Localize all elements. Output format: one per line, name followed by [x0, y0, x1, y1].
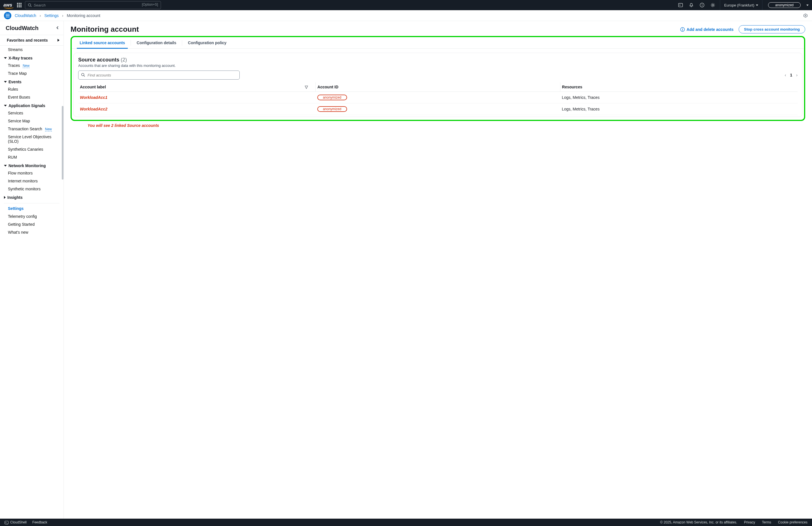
- col-account-id[interactable]: Account ID: [316, 83, 560, 92]
- page-prev-button[interactable]: ‹: [785, 73, 786, 77]
- group-label: X-Ray traces: [9, 56, 32, 60]
- breadcrumb-bar: CloudWatch › Settings › Monitoring accou…: [0, 10, 812, 21]
- item-label: Traces: [8, 63, 20, 68]
- tab-linked-source-accounts[interactable]: Linked source accounts: [74, 37, 131, 48]
- sidebar-group-xray[interactable]: X-Ray traces: [0, 54, 63, 61]
- sidebar-item-flow-monitors[interactable]: Flow monitors: [0, 169, 63, 177]
- chevron-down-icon[interactable]: [806, 4, 809, 6]
- footer-cloudshell[interactable]: >_CloudShell: [4, 520, 27, 524]
- svg-point-9: [682, 28, 683, 29]
- find-accounts-field: [78, 71, 240, 79]
- sidebar-item-transaction-search[interactable]: Transaction Search New: [0, 125, 63, 133]
- aws-logo[interactable]: aws: [3, 2, 14, 8]
- page-header: Monitoring account Add and delete accoun…: [71, 25, 805, 34]
- annotation-highlight-box: Linked source accounts Configuration det…: [71, 36, 805, 121]
- col-account-label[interactable]: Account label ▽: [78, 83, 316, 92]
- page-title: Monitoring account: [71, 25, 139, 34]
- sidebar-item-event-buses[interactable]: Event Buses: [0, 93, 63, 101]
- add-delete-accounts-link[interactable]: Add and delete accounts: [680, 27, 734, 32]
- divider: [4, 203, 59, 203]
- footer-cookies[interactable]: Cookie preferences: [778, 520, 808, 524]
- source-accounts-table: Account label ▽ Account ID Resources Wor…: [78, 83, 798, 115]
- table-row: WorkloadAcc2 anonymized Logs, Metrics, T…: [78, 103, 798, 115]
- chevron-down-icon: [4, 81, 7, 83]
- chevron-right-icon: ›: [62, 13, 63, 18]
- svg-text:?: ?: [701, 4, 703, 7]
- cloudshell-icon[interactable]: [677, 1, 684, 9]
- chevron-down-icon: [4, 105, 7, 106]
- sidebar-collapse-icon[interactable]: [56, 26, 59, 31]
- sidebar-item-traces[interactable]: Traces New: [0, 61, 63, 69]
- sidebar-item-whats-new[interactable]: What's new: [0, 228, 63, 236]
- new-badge: New: [45, 127, 52, 131]
- title-text: Source accounts: [78, 57, 119, 63]
- sidebar-group-app-signals[interactable]: Application Signals: [0, 101, 63, 109]
- help-icon[interactable]: ?: [698, 1, 706, 9]
- sidebar-item-synthetics[interactable]: Synthetics Canaries: [0, 145, 63, 153]
- sidebar-group-events[interactable]: Events: [0, 77, 63, 85]
- footer-feedback[interactable]: Feedback: [32, 520, 47, 524]
- search-icon: [28, 3, 32, 7]
- sidebar-group-insights[interactable]: Insights: [0, 193, 63, 201]
- tab-configuration-details[interactable]: Configuration details: [131, 40, 182, 46]
- sidebar-item-streams[interactable]: Streams: [0, 46, 63, 54]
- footer-privacy[interactable]: Privacy: [744, 520, 755, 524]
- sidebar-group-network[interactable]: Network Monitoring: [0, 161, 63, 169]
- table-row: WorkloadAcc1 anonymized Logs, Metrics, T…: [78, 92, 798, 103]
- sort-icon[interactable]: ▽: [305, 85, 308, 89]
- cloudshell-icon: >_: [4, 521, 9, 524]
- favorites-label: Favorites and recents: [7, 38, 48, 43]
- footer-terms[interactable]: Terms: [762, 520, 771, 524]
- svg-point-10: [82, 73, 84, 76]
- sidebar-item-rules[interactable]: Rules: [0, 85, 63, 93]
- col-resources[interactable]: Resources: [560, 83, 798, 92]
- chevron-right-icon: [58, 39, 59, 42]
- chevron-right-icon: ›: [40, 13, 41, 18]
- panel-toggle-icon[interactable]: [803, 13, 808, 18]
- resources-cell: Logs, Metrics, Traces: [560, 92, 798, 103]
- sidebar-item-settings[interactable]: Settings: [0, 205, 63, 213]
- sidebar-favorites[interactable]: Favorites and recents: [0, 35, 63, 46]
- main-content: Monitoring account Add and delete accoun…: [64, 21, 812, 518]
- sidebar-item-internet-monitors[interactable]: Internet monitors: [0, 177, 63, 185]
- search-shortcut-hint: [Option+S]: [142, 2, 158, 6]
- account-label-cell[interactable]: WorkloadAcc1: [80, 95, 107, 100]
- global-search: [Option+S]: [25, 1, 161, 9]
- breadcrumb-cloudwatch[interactable]: CloudWatch: [15, 13, 36, 18]
- account-menu[interactable]: anonymized: [768, 2, 801, 8]
- account-label-cell[interactable]: WorkloadAcc2: [80, 107, 107, 111]
- sidebar-item-rum[interactable]: RUM: [0, 153, 63, 161]
- sidebar-item-getting-started[interactable]: Getting Started: [0, 220, 63, 228]
- page-next-button[interactable]: ›: [796, 73, 798, 77]
- region-selector[interactable]: Europe (Frankfurt): [720, 0, 763, 10]
- settings-gear-icon[interactable]: [709, 1, 716, 9]
- sidebar-item-service-map[interactable]: Service Map: [0, 117, 63, 125]
- sidebar-item-synthetic-monitors[interactable]: Synthetic monitors: [0, 185, 63, 193]
- chevron-down-icon: [756, 4, 758, 6]
- group-label: Events: [9, 79, 21, 84]
- sidebar-item-telemetry[interactable]: Telemetry config: [0, 213, 63, 220]
- sidebar-item-trace-map[interactable]: Trace Map: [0, 69, 63, 77]
- search-icon: [81, 73, 85, 77]
- sidebar-item-slo[interactable]: Service Level Objectives (SLO): [0, 133, 63, 145]
- stop-cross-account-button[interactable]: Stop cross account monitoring: [739, 25, 805, 33]
- chevron-right-icon: [4, 196, 6, 199]
- svg-line-11: [84, 76, 85, 77]
- tab-configuration-policy[interactable]: Configuration policy: [182, 40, 232, 46]
- services-grid-icon[interactable]: [17, 3, 21, 8]
- breadcrumb-settings[interactable]: Settings: [44, 13, 59, 18]
- new-badge: New: [23, 64, 29, 68]
- panel-title: Source accounts (2): [78, 57, 798, 63]
- notifications-icon[interactable]: [687, 1, 695, 9]
- side-nav-toggle[interactable]: [4, 12, 11, 19]
- search-input[interactable]: [25, 1, 161, 9]
- link-text: Add and delete accounts: [686, 27, 734, 32]
- link-text: CloudShell: [10, 520, 27, 524]
- group-label: Application Signals: [9, 103, 45, 108]
- find-accounts-input[interactable]: [78, 71, 240, 79]
- group-label: Network Monitoring: [9, 163, 46, 168]
- account-id-cell: anonymized: [317, 94, 347, 100]
- breadcrumb-current: Monitoring account: [67, 13, 100, 18]
- annotation-text: You will see 2 linked Source accounts: [88, 123, 805, 128]
- sidebar-item-services[interactable]: Services: [0, 109, 63, 117]
